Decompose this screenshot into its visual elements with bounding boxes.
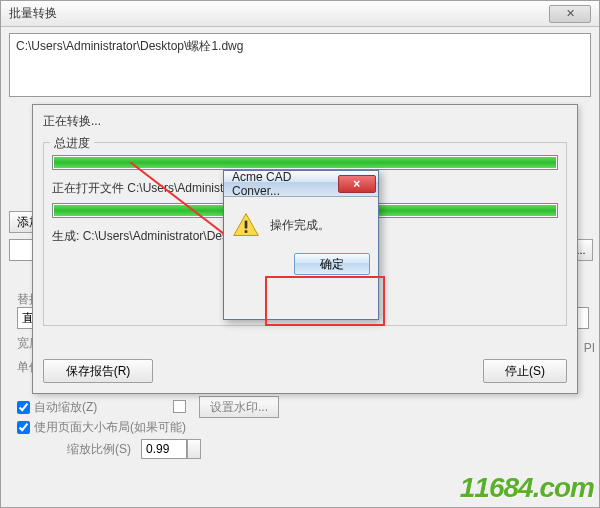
message-text: 操作完成。 [270,217,330,234]
message-dialog: Acme CAD Conver... × 操作完成。 确定 [223,170,379,320]
warning-icon [232,211,260,239]
scale-spinner[interactable] [187,439,201,459]
auto-zoom-checkbox[interactable] [17,401,30,414]
message-title: Acme CAD Conver... [232,170,338,198]
page-layout-row: 使用页面大小布局(如果可能) [17,419,186,436]
brand-watermark: 11684.com [460,472,594,504]
watermark-label: 设置水印... [210,399,268,416]
message-button-row: 确定 [224,253,378,283]
file-path-text: C:\Users\Administrator\Desktop\螺栓1.dwg [16,39,243,53]
stop-label: 停止(S) [505,363,545,380]
scale-value: 0.99 [146,442,169,456]
scale-field[interactable]: 0.99 [141,439,187,459]
page-layout-label: 使用页面大小布局(如果可能) [34,419,186,436]
progress-title: 正在转换... [33,105,577,134]
watermark-checkbox[interactable] [173,400,186,413]
brand-name: 11684 [460,472,533,503]
close-icon: ✕ [566,7,575,20]
auto-zoom-label: 自动缩放(Z) [34,399,97,416]
auto-zoom-row: 自动缩放(Z) [17,399,97,416]
message-close-button[interactable]: × [338,175,376,193]
brand-suffix: .com [533,472,594,503]
main-titlebar: 批量转换 ✕ [1,1,599,27]
close-x-icon: × [353,177,360,191]
overall-label: 总进度 [50,135,94,152]
svg-rect-1 [245,221,248,229]
watermark-button[interactable]: 设置水印... [199,396,279,418]
ok-button[interactable]: 确定 [294,253,370,275]
progress-buttons: 保存报告(R) 停止(S) [43,359,567,383]
svg-rect-2 [245,230,248,233]
save-report-label: 保存报告(R) [66,363,131,380]
scale-label: 缩放比例(S) [67,441,131,458]
window-title: 批量转换 [9,5,57,22]
overall-progress [52,155,558,170]
pi-label: PI [584,341,595,355]
overall-progress-fill [54,157,556,168]
message-titlebar: Acme CAD Conver... × [224,171,378,197]
page-layout-checkbox[interactable] [17,421,30,434]
main-close-button[interactable]: ✕ [549,5,591,23]
stop-button[interactable]: 停止(S) [483,359,567,383]
save-report-button[interactable]: 保存报告(R) [43,359,153,383]
file-list[interactable]: C:\Users\Administrator\Desktop\螺栓1.dwg [9,33,591,97]
message-body: 操作完成。 [224,197,378,253]
ok-label: 确定 [320,256,344,273]
